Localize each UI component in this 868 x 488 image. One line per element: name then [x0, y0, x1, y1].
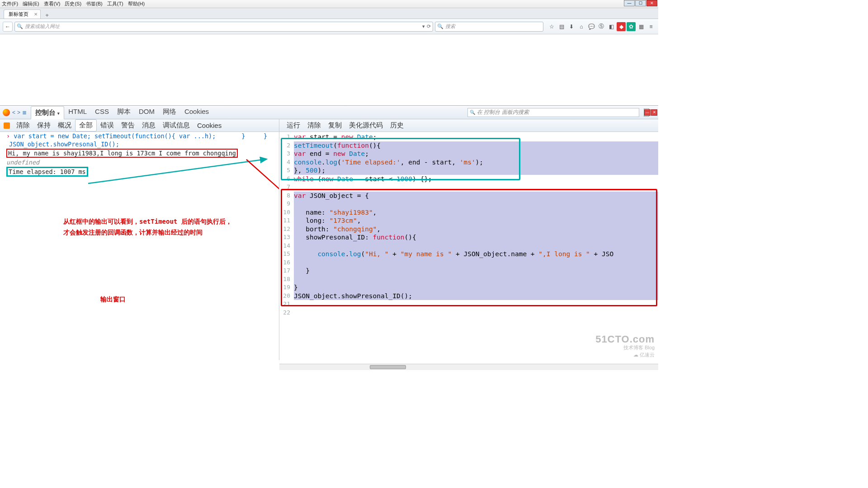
download-icon[interactable]: ⬇	[567, 22, 576, 31]
console-output[interactable]: › var start = new Date; setTimeout(funct…	[0, 132, 279, 360]
clipboard-icon[interactable]: ▤	[557, 22, 566, 31]
scrollbar-thumb[interactable]	[370, 365, 406, 369]
close-button[interactable]: ✕	[646, 0, 657, 6]
browser-tab[interactable]: 新标签页 ✕	[4, 9, 41, 19]
sub-copy[interactable]: 复制	[325, 120, 345, 131]
url-placeholder: 搜索或输入网址	[25, 23, 60, 30]
search-icon: 🔍	[437, 23, 443, 29]
back-button[interactable]: ←	[3, 22, 13, 32]
sub-warnings[interactable]: 警告	[118, 120, 138, 131]
search-placeholder: 搜索	[445, 23, 455, 30]
devtools-subbar: 清除 保持 概况 全部 错误 警告 消息 调试信息 Cookies 运行 清除 …	[0, 119, 658, 132]
minimize-button[interactable]: —	[624, 0, 635, 6]
devtools-min-button[interactable]: —	[644, 109, 651, 116]
addon3-icon[interactable]: ✿	[627, 22, 636, 31]
devtools-search-input[interactable]: 在 控制台 面板内搜索	[467, 108, 639, 117]
tab-net[interactable]: 网络	[159, 106, 180, 119]
list-icon[interactable]: ≣	[22, 109, 27, 116]
addon4-icon[interactable]: ▦	[637, 22, 646, 31]
sub-info[interactable]: 消息	[138, 120, 159, 131]
code-content: var start = new Date; setTimeout(functio…	[294, 132, 658, 317]
bug-icon[interactable]	[4, 122, 10, 129]
devtools-win-controls: — ✕	[644, 109, 657, 116]
line-gutter: 12345678910111213141516171819202122	[279, 132, 293, 317]
annotation-outwin: 输出窗口	[100, 296, 126, 304]
console-out-2: Time elapsed: 1007 ms	[6, 167, 88, 177]
chevron-right-icon[interactable]: >	[17, 109, 21, 116]
menu-tools[interactable]: 工具(T)	[107, 0, 123, 7]
toolbar-icons: ☆ ▤ ⬇ ⌂ 💬 Ⓢ ◧ ◆ ✿ ▦ ≡	[547, 22, 656, 31]
devtools-nav-icons: < > ≣	[12, 109, 27, 116]
search-input[interactable]: 🔍 搜索	[435, 22, 543, 32]
tab-dom[interactable]: DOM	[135, 106, 159, 119]
hamburger-icon[interactable]: ≡	[646, 22, 656, 31]
horizontal-scrollbar[interactable]	[279, 364, 658, 370]
tab-close-icon[interactable]: ✕	[34, 12, 38, 17]
window-controls: — ☐ ✕	[623, 0, 657, 6]
search-icon: 🔍	[17, 23, 23, 29]
bookmark-icon[interactable]: ☆	[547, 22, 556, 31]
os-menubar: 文件(F) 编辑(E) 查看(V) 历史(S) 书签(B) 工具(T) 帮助(H…	[0, 0, 658, 8]
tab-css[interactable]: CSS	[91, 106, 113, 119]
devtools-tabbar: < > ≣ 控制台 ▾ HTML CSS 脚本 DOM 网络 Cookies 在…	[0, 106, 658, 119]
tab-script[interactable]: 脚本	[113, 106, 135, 119]
sub-cookies[interactable]: Cookies	[193, 120, 225, 131]
sub-debug[interactable]: 调试信息	[159, 120, 193, 131]
new-tab-button[interactable]: +	[43, 12, 51, 19]
code-editor[interactable]: 12345678910111213141516171819202122 var …	[279, 132, 658, 360]
addon2-icon[interactable]: ◆	[617, 22, 626, 31]
tab-console[interactable]: 控制台 ▾	[31, 106, 64, 119]
url-right-icons: ▾⟳	[422, 23, 431, 29]
addon1-icon[interactable]: ◧	[607, 22, 616, 31]
devtools-panel: < > ≣ 控制台 ▾ HTML CSS 脚本 DOM 网络 Cookies 在…	[0, 105, 658, 360]
sub-all[interactable]: 全部	[75, 119, 97, 131]
home-icon[interactable]: ⌂	[577, 22, 586, 31]
sub-errors[interactable]: 错误	[97, 120, 118, 131]
sync-icon[interactable]: Ⓢ	[597, 22, 606, 31]
sub-history[interactable]: 历史	[387, 120, 407, 131]
sub-pretty[interactable]: 美化源代码	[345, 120, 387, 131]
url-input[interactable]: 🔍 搜索或输入网址 ▾⟳	[14, 22, 433, 32]
menu-file[interactable]: 文件(F)	[2, 0, 18, 7]
tab-title: 新标签页	[9, 11, 28, 18]
firebug-icon[interactable]	[3, 109, 10, 116]
tab-cookies[interactable]: Cookies	[180, 106, 213, 119]
page-content	[0, 34, 658, 105]
browser-navbar: ← 🔍 搜索或输入网址 ▾⟳ 🔍 搜索 ☆ ▤ ⬇ ⌂ 💬 Ⓢ ◧ ◆ ✿ ▦ …	[0, 19, 658, 34]
sub-run[interactable]: 运行	[283, 120, 304, 131]
menu-history[interactable]: 历史(S)	[65, 0, 81, 7]
tab-html[interactable]: HTML	[64, 106, 91, 119]
sub-profile[interactable]: 概况	[54, 120, 75, 131]
watermark: 51CTO.com 技术博客 Blog ☁ 亿速云	[595, 334, 655, 357]
console-out-1: Hi, my name is shayi1983,I long is 173cm…	[6, 149, 238, 158]
chevron-left-icon[interactable]: <	[12, 109, 16, 116]
sub-clear[interactable]: 清除	[13, 120, 33, 131]
menu-edit[interactable]: 编辑(E)	[23, 0, 39, 7]
browser-tabstrip: 新标签页 ✕ +	[0, 8, 658, 19]
console-input-line: JSON_object.showPresonal_ID();	[0, 140, 279, 148]
maximize-button[interactable]: ☐	[635, 0, 646, 6]
sub-persist[interactable]: 保持	[33, 120, 54, 131]
annotation-line2: 才会触发注册的回调函数，计算并输出经过的时间	[63, 229, 203, 237]
chat-icon[interactable]: 💬	[587, 22, 596, 31]
menu-view[interactable]: 查看(V)	[44, 0, 61, 7]
console-undefined: undefined	[0, 158, 279, 166]
menu-bookmarks[interactable]: 书签(B)	[86, 0, 103, 7]
menu-help[interactable]: 帮助(H)	[128, 0, 145, 7]
sub-clear-right[interactable]: 清除	[304, 120, 325, 131]
reload-icon[interactable]: ⟳	[427, 23, 431, 29]
dropdown-icon[interactable]: ▾	[422, 23, 425, 29]
devtools-close-button[interactable]: ✕	[651, 109, 657, 116]
annotation-line1: 从红框中的输出可以看到，setTimeout 后的语句执行后，	[63, 218, 232, 226]
console-input-line: var start = new Date; setTimeout(functio…	[14, 132, 267, 140]
